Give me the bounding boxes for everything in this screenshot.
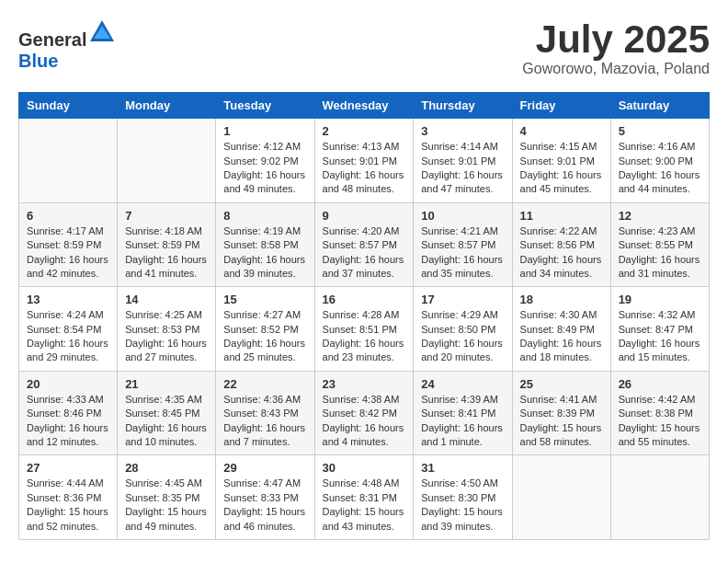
- calendar-week-row: 6Sunrise: 4:17 AMSunset: 8:59 PMDaylight…: [19, 202, 710, 287]
- calendar-cell: 18Sunrise: 4:30 AMSunset: 8:49 PMDayligh…: [512, 287, 610, 372]
- day-number: 27: [27, 461, 109, 475]
- calendar-week-row: 1Sunrise: 4:12 AMSunset: 9:02 PMDaylight…: [19, 119, 710, 203]
- weekday-header-monday: Monday: [118, 93, 216, 119]
- day-number: 22: [223, 377, 306, 391]
- day-number: 8: [223, 209, 306, 223]
- day-detail: Sunrise: 4:28 AMSunset: 8:51 PMDaylight:…: [323, 308, 406, 365]
- day-detail: Sunrise: 4:38 AMSunset: 8:42 PMDaylight:…: [323, 393, 406, 450]
- day-number: 7: [125, 209, 208, 223]
- day-number: 12: [619, 209, 701, 223]
- calendar-cell: 15Sunrise: 4:27 AMSunset: 8:52 PMDayligh…: [216, 287, 314, 372]
- day-number: 21: [125, 377, 208, 391]
- day-detail: Sunrise: 4:19 AMSunset: 8:58 PMDaylight:…: [223, 224, 306, 282]
- day-number: 28: [125, 461, 208, 475]
- day-detail: Sunrise: 4:18 AMSunset: 8:59 PMDaylight:…: [125, 224, 208, 282]
- day-detail: Sunrise: 4:39 AMSunset: 8:41 PMDaylight:…: [421, 393, 504, 450]
- day-detail: Sunrise: 4:33 AMSunset: 8:46 PMDaylight:…: [27, 393, 109, 450]
- calendar-cell: 4Sunrise: 4:15 AMSunset: 9:01 PMDaylight…: [512, 119, 610, 203]
- calendar-cell: 2Sunrise: 4:13 AMSunset: 9:01 PMDaylight…: [314, 119, 414, 203]
- calendar-cell: 9Sunrise: 4:20 AMSunset: 8:57 PMDaylight…: [314, 202, 414, 287]
- calendar-cell: 14Sunrise: 4:25 AMSunset: 8:53 PMDayligh…: [118, 287, 216, 372]
- calendar-cell: 25Sunrise: 4:41 AMSunset: 8:39 PMDayligh…: [512, 371, 610, 455]
- day-detail: Sunrise: 4:35 AMSunset: 8:45 PMDaylight:…: [125, 393, 208, 450]
- weekday-header-saturday: Saturday: [610, 93, 709, 119]
- calendar-cell: 21Sunrise: 4:35 AMSunset: 8:45 PMDayligh…: [118, 371, 216, 455]
- calendar-cell: 12Sunrise: 4:23 AMSunset: 8:55 PMDayligh…: [610, 202, 709, 287]
- logo-general: General: [18, 29, 86, 50]
- calendar-cell: 20Sunrise: 4:33 AMSunset: 8:46 PMDayligh…: [19, 371, 118, 455]
- day-number: 16: [323, 293, 406, 306]
- day-detail: Sunrise: 4:14 AMSunset: 9:01 PMDaylight:…: [421, 140, 504, 197]
- calendar-table: SundayMondayTuesdayWednesdayThursdayFrid…: [18, 92, 710, 540]
- day-detail: Sunrise: 4:44 AMSunset: 8:36 PMDaylight:…: [27, 477, 109, 534]
- logo: General Blue: [18, 18, 116, 72]
- calendar-cell: 1Sunrise: 4:12 AMSunset: 9:02 PMDaylight…: [216, 119, 314, 203]
- day-number: 29: [223, 461, 306, 475]
- calendar-cell: 5Sunrise: 4:16 AMSunset: 9:00 PMDaylight…: [610, 119, 709, 203]
- page-header: General Blue July 2025 Goworowo, Mazovia…: [18, 18, 710, 77]
- calendar-cell: 11Sunrise: 4:22 AMSunset: 8:56 PMDayligh…: [512, 202, 610, 287]
- day-number: 18: [520, 293, 603, 306]
- calendar-cell: 7Sunrise: 4:18 AMSunset: 8:59 PMDaylight…: [118, 202, 216, 287]
- weekday-header-wednesday: Wednesday: [314, 93, 414, 119]
- day-detail: Sunrise: 4:32 AMSunset: 8:47 PMDaylight:…: [619, 308, 701, 365]
- day-number: 11: [520, 209, 603, 223]
- day-detail: Sunrise: 4:13 AMSunset: 9:01 PMDaylight:…: [323, 140, 406, 197]
- day-number: 30: [323, 461, 406, 475]
- day-number: 26: [619, 377, 701, 391]
- title-block: July 2025 Goworowo, Mazovia, Poland: [522, 18, 710, 77]
- logo-blue: Blue: [18, 51, 58, 71]
- day-number: 3: [421, 124, 504, 138]
- calendar-cell: 3Sunrise: 4:14 AMSunset: 9:01 PMDaylight…: [414, 119, 512, 203]
- calendar-cell: 22Sunrise: 4:36 AMSunset: 8:43 PMDayligh…: [216, 371, 314, 455]
- calendar-cell: [512, 455, 610, 540]
- calendar-cell: [610, 455, 709, 540]
- calendar-cell: 17Sunrise: 4:29 AMSunset: 8:50 PMDayligh…: [414, 287, 512, 372]
- calendar-cell: 31Sunrise: 4:50 AMSunset: 8:30 PMDayligh…: [414, 455, 512, 540]
- calendar-cell: 27Sunrise: 4:44 AMSunset: 8:36 PMDayligh…: [19, 455, 118, 540]
- month-year-title: July 2025: [522, 18, 710, 61]
- day-number: 19: [619, 293, 701, 306]
- day-number: 25: [520, 377, 603, 391]
- calendar-cell: 6Sunrise: 4:17 AMSunset: 8:59 PMDaylight…: [19, 202, 118, 287]
- day-detail: Sunrise: 4:16 AMSunset: 9:00 PMDaylight:…: [619, 140, 701, 197]
- day-number: 10: [421, 209, 504, 223]
- day-number: 2: [323, 124, 406, 138]
- calendar-cell: 19Sunrise: 4:32 AMSunset: 8:47 PMDayligh…: [610, 287, 709, 372]
- day-detail: Sunrise: 4:27 AMSunset: 8:52 PMDaylight:…: [223, 308, 306, 365]
- calendar-cell: [19, 119, 118, 203]
- day-detail: Sunrise: 4:24 AMSunset: 8:54 PMDaylight:…: [27, 308, 109, 365]
- day-number: 23: [323, 377, 406, 391]
- calendar-week-row: 13Sunrise: 4:24 AMSunset: 8:54 PMDayligh…: [19, 287, 710, 372]
- weekday-header-tuesday: Tuesday: [216, 93, 314, 119]
- calendar-cell: 28Sunrise: 4:45 AMSunset: 8:35 PMDayligh…: [118, 455, 216, 540]
- weekday-header-thursday: Thursday: [414, 93, 512, 119]
- day-number: 4: [520, 124, 603, 138]
- day-detail: Sunrise: 4:42 AMSunset: 8:38 PMDaylight:…: [619, 393, 701, 450]
- calendar-cell: 13Sunrise: 4:24 AMSunset: 8:54 PMDayligh…: [19, 287, 118, 372]
- day-detail: Sunrise: 4:48 AMSunset: 8:31 PMDaylight:…: [323, 477, 406, 534]
- calendar-header-row: SundayMondayTuesdayWednesdayThursdayFrid…: [19, 93, 710, 119]
- calendar-cell: [118, 119, 216, 203]
- calendar-cell: 23Sunrise: 4:38 AMSunset: 8:42 PMDayligh…: [314, 371, 414, 455]
- day-number: 6: [27, 209, 109, 223]
- day-detail: Sunrise: 4:29 AMSunset: 8:50 PMDaylight:…: [421, 308, 504, 365]
- day-detail: Sunrise: 4:30 AMSunset: 8:49 PMDaylight:…: [520, 308, 603, 365]
- logo-icon: [88, 18, 116, 46]
- calendar-cell: 16Sunrise: 4:28 AMSunset: 8:51 PMDayligh…: [314, 287, 414, 372]
- day-number: 1: [223, 124, 306, 138]
- day-detail: Sunrise: 4:20 AMSunset: 8:57 PMDaylight:…: [323, 224, 406, 282]
- day-detail: Sunrise: 4:21 AMSunset: 8:57 PMDaylight:…: [421, 224, 504, 282]
- day-detail: Sunrise: 4:15 AMSunset: 9:01 PMDaylight:…: [520, 140, 603, 197]
- location-subtitle: Goworowo, Mazovia, Poland: [522, 61, 710, 77]
- calendar-cell: 24Sunrise: 4:39 AMSunset: 8:41 PMDayligh…: [414, 371, 512, 455]
- calendar-week-row: 20Sunrise: 4:33 AMSunset: 8:46 PMDayligh…: [19, 371, 710, 455]
- day-detail: Sunrise: 4:12 AMSunset: 9:02 PMDaylight:…: [223, 140, 306, 197]
- day-detail: Sunrise: 4:47 AMSunset: 8:33 PMDaylight:…: [223, 477, 306, 534]
- day-detail: Sunrise: 4:36 AMSunset: 8:43 PMDaylight:…: [223, 393, 306, 450]
- weekday-header-friday: Friday: [512, 93, 610, 119]
- day-number: 31: [421, 461, 504, 475]
- day-number: 24: [421, 377, 504, 391]
- calendar-cell: 29Sunrise: 4:47 AMSunset: 8:33 PMDayligh…: [216, 455, 314, 540]
- weekday-header-sunday: Sunday: [19, 93, 118, 119]
